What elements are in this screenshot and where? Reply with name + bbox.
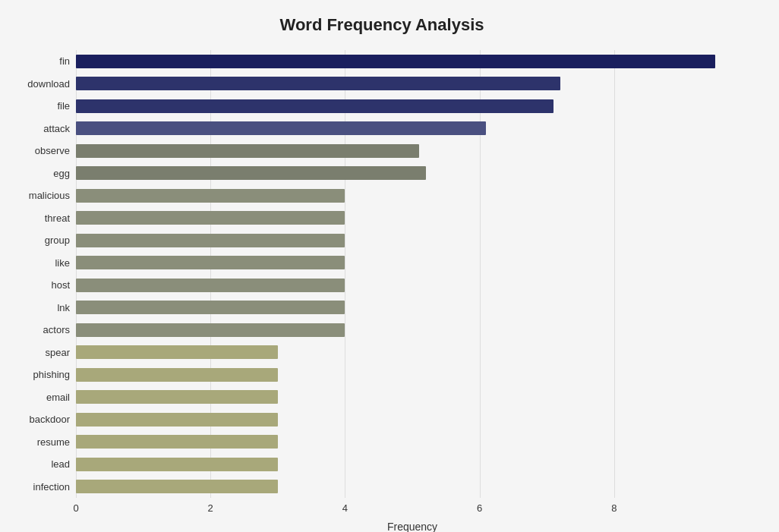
y-label: actors	[43, 325, 70, 335]
x-tick: 2	[208, 502, 213, 514]
bar	[76, 55, 715, 68]
bar-row	[76, 277, 749, 294]
x-axis: 02468	[76, 498, 749, 518]
x-tick: 6	[477, 502, 482, 514]
y-label: host	[51, 280, 70, 290]
bar	[76, 413, 278, 427]
bar	[76, 166, 426, 180]
y-label: lead	[51, 459, 70, 469]
y-label: spear	[45, 348, 70, 357]
bar-row	[76, 389, 749, 405]
bar-row	[76, 53, 749, 70]
y-label: resume	[37, 437, 70, 447]
bar	[76, 345, 278, 359]
y-label: phishing	[33, 370, 70, 379]
y-label: threat	[45, 213, 70, 223]
y-axis-labels: findownloadfileattackobserveeggmalicious…	[15, 50, 76, 498]
y-label: attack	[43, 124, 70, 134]
bar-row	[76, 120, 749, 137]
bar-row	[76, 209, 749, 226]
y-label: infection	[33, 482, 70, 492]
bar-row	[76, 299, 749, 316]
bar	[76, 323, 345, 337]
bar-row	[76, 75, 749, 92]
bar	[76, 390, 278, 404]
x-tick: 0	[73, 502, 78, 514]
bar	[76, 458, 278, 471]
bar-row	[76, 478, 749, 495]
chart-area: findownloadfileattackobserveeggmalicious…	[15, 50, 749, 498]
bar	[76, 189, 345, 203]
x-tick: 4	[342, 502, 348, 514]
y-label: like	[55, 258, 70, 268]
bar	[76, 99, 554, 113]
x-axis-label: Frequency	[76, 521, 749, 532]
bar-row	[76, 143, 749, 159]
chart-container: Word Frequency Analysis findownloadfilea…	[0, 0, 779, 532]
bar-row	[76, 98, 749, 115]
bar-row	[76, 433, 749, 450]
y-label: download	[27, 79, 70, 89]
y-label: fin	[59, 56, 70, 66]
bar	[76, 435, 278, 449]
bar-row	[76, 187, 749, 204]
y-label: email	[46, 392, 70, 402]
x-tick: 8	[611, 502, 617, 514]
bar	[76, 256, 345, 269]
bar	[76, 301, 345, 314]
bar	[76, 480, 278, 493]
bar	[76, 211, 345, 225]
bar-row	[76, 254, 749, 271]
y-label: malicious	[29, 190, 70, 200]
bar	[76, 121, 486, 135]
y-label: observe	[35, 146, 70, 156]
bars-wrapper	[76, 50, 749, 498]
y-label: group	[45, 235, 70, 245]
bar	[76, 144, 419, 158]
bar-row	[76, 411, 749, 428]
bar	[76, 279, 345, 292]
bar	[76, 77, 560, 90]
y-label: lnk	[57, 303, 70, 313]
bar-row	[76, 456, 749, 473]
bar	[76, 234, 345, 247]
bars-and-grid	[76, 50, 749, 498]
y-label: backdoor	[30, 414, 70, 424]
bar-row	[76, 344, 749, 360]
y-label: egg	[53, 168, 70, 178]
y-label: file	[57, 101, 70, 111]
bar-row	[76, 367, 749, 383]
bar-row	[76, 165, 749, 181]
chart-title: Word Frequency Analysis	[15, 15, 749, 35]
bar	[76, 368, 278, 382]
bar-row	[76, 322, 749, 338]
bar-row	[76, 232, 749, 249]
